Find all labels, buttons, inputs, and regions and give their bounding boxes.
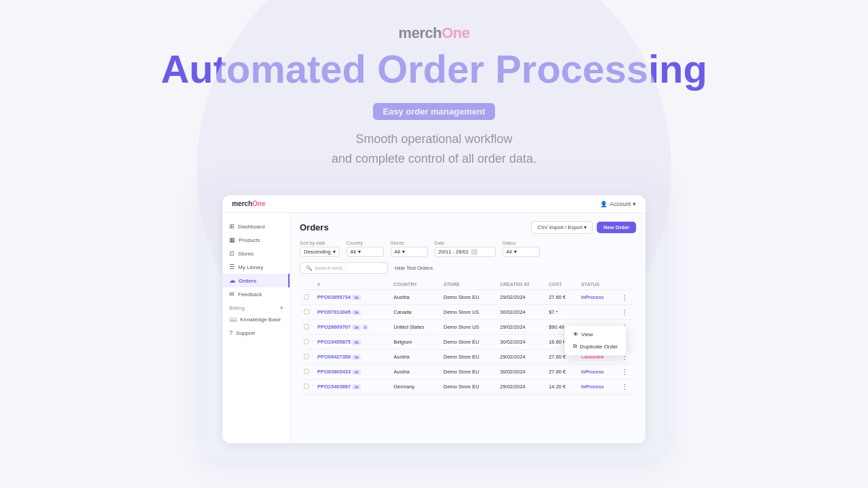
app-logo-merch: merch xyxy=(232,200,252,207)
orders-actions: CSV Import / Export ▾ New Order xyxy=(531,221,636,234)
csv-chevron-icon: ▾ xyxy=(584,224,587,230)
order-status: InProcess xyxy=(577,290,617,305)
stores-value: All xyxy=(395,249,400,255)
order-id[interactable]: PPO03859734 xyxy=(317,294,351,300)
hide-test-orders-label: Hide Test Orders xyxy=(395,265,433,271)
order-country: Austria xyxy=(390,365,440,380)
library-icon: ☰ xyxy=(229,264,235,270)
order-created: 29/02/2024 xyxy=(496,290,545,305)
order-cost: 27.60 € xyxy=(545,290,577,305)
order-tag: 1k xyxy=(352,384,361,390)
sidebar-label-orders: Orders xyxy=(239,278,256,284)
order-id[interactable]: PPO09427356 xyxy=(317,354,351,360)
row-checkbox[interactable] xyxy=(304,354,309,359)
row-checkbox[interactable] xyxy=(304,369,309,374)
order-tag2: 0 xyxy=(362,325,368,330)
top-logo-area: merchOne xyxy=(399,24,470,42)
stores-select[interactable]: All ▾ xyxy=(391,247,428,257)
sidebar-item-library[interactable]: ☰ My Library xyxy=(222,260,290,274)
stores-label: Stores xyxy=(391,241,428,245)
order-tag: 1k xyxy=(352,369,361,375)
order-tag: 1k xyxy=(352,354,361,360)
sidebar-item-feedback[interactable]: ✉ Feedback xyxy=(222,287,290,301)
col-store: STORE xyxy=(439,279,496,290)
subtitle-line2: and complete control of all order data. xyxy=(332,149,536,169)
sidebar: ⊞ Dashboard ▦ Products ⊡ Stores ☰ My Lib… xyxy=(222,213,290,443)
row-checkbox[interactable] xyxy=(304,384,309,389)
order-tag: 1k xyxy=(352,310,361,315)
row-actions[interactable]: ⋮ xyxy=(617,305,636,320)
support-icon: ? xyxy=(229,329,233,336)
context-view-label: View xyxy=(581,331,593,338)
row-checkbox[interactable] xyxy=(304,294,309,300)
country-select[interactable]: All ▾ xyxy=(347,247,384,257)
context-menu-duplicate[interactable]: ⧉ Duplicate Order xyxy=(565,340,626,352)
order-store: Demo Store EU xyxy=(439,290,496,305)
order-created: 29/02/2024 xyxy=(496,350,545,365)
app-logo-one: One xyxy=(252,200,265,207)
new-order-button[interactable]: New Order xyxy=(597,222,636,233)
sort-select[interactable]: Descending ▾ xyxy=(300,247,340,257)
order-id[interactable]: PPO15403697 xyxy=(317,384,351,390)
app-window: merchOne 👤 Account ▾ ⊞ Dashboard xyxy=(222,195,646,443)
view-icon: 👁 xyxy=(573,331,578,338)
subtitle: Smooth operational workflow and complete… xyxy=(332,129,536,169)
sidebar-item-orders[interactable]: ☁ Orders xyxy=(222,274,290,287)
order-cost: $7.* xyxy=(545,305,577,320)
date-select[interactable]: 20/11 - 29/02 ⬜ xyxy=(435,247,496,257)
sort-filter: Sort by date Descending ▾ xyxy=(300,241,340,257)
row-checkbox[interactable] xyxy=(304,339,309,344)
row-checkbox[interactable] xyxy=(304,324,309,329)
order-id[interactable]: PPO97913045 xyxy=(317,309,351,315)
order-created: 30/02/2024 xyxy=(496,365,545,380)
search-row: 🔍 Search here... Hide Test Orders xyxy=(300,262,636,274)
row-actions[interactable]: ⋮ xyxy=(617,290,636,305)
row-checkbox[interactable] xyxy=(304,309,309,314)
order-id[interactable]: PPO03805433 xyxy=(317,369,351,375)
sidebar-label-support: Support xyxy=(236,330,255,336)
context-duplicate-label: Duplicate Order xyxy=(580,344,618,350)
order-country: Germany xyxy=(390,380,440,394)
row-actions[interactable]: ⋮ xyxy=(617,380,636,394)
order-store: Demo Store US xyxy=(439,305,496,320)
order-created: 29/02/2024 xyxy=(496,380,545,394)
col-created: CREATED AT xyxy=(496,279,545,290)
csv-import-export-button[interactable]: CSV Import / Export ▾ xyxy=(531,221,593,234)
date-value: 20/11 - 29/02 xyxy=(439,249,469,255)
status-select[interactable]: All ▾ xyxy=(502,247,540,257)
sidebar-label-products: Products xyxy=(239,237,260,243)
order-status xyxy=(577,305,617,320)
duplicate-icon: ⧉ xyxy=(573,343,577,350)
country-value: All xyxy=(351,249,356,255)
order-id[interactable]: PPO28609707 xyxy=(317,324,351,330)
order-id[interactable]: PPO19455875 xyxy=(317,339,351,345)
status-filter: Status All ▾ xyxy=(502,241,540,257)
account-label: Account xyxy=(610,201,631,207)
status-value: All xyxy=(507,249,512,255)
badge: Easy order management xyxy=(373,103,494,120)
context-menu-view[interactable]: 👁 View xyxy=(565,329,626,340)
sidebar-item-products[interactable]: ▦ Products xyxy=(222,233,290,247)
sidebar-label-dashboard: Dashboard xyxy=(238,224,264,230)
sidebar-item-dashboard[interactable]: ⊞ Dashboard xyxy=(222,220,290,233)
knowledge-icon: 📖 xyxy=(229,316,237,323)
order-store: Demo Store US xyxy=(439,320,496,335)
sidebar-item-knowledge[interactable]: 📖 Knowledge Base xyxy=(222,312,290,326)
status-badge: InProcess xyxy=(581,295,604,300)
stores-icon: ⊡ xyxy=(229,250,235,257)
row-actions[interactable]: ⋮ xyxy=(617,365,636,380)
search-icon: 🔍 xyxy=(306,265,312,271)
order-store: Demo Store EU xyxy=(439,335,496,350)
filters-row: Sort by date Descending ▾ Country All ▾ xyxy=(300,241,636,257)
sidebar-label-feedback: Feedback xyxy=(238,291,262,298)
app-body: ⊞ Dashboard ▦ Products ⊡ Stores ☰ My Lib… xyxy=(222,213,646,443)
sidebar-item-support[interactable]: ? Support xyxy=(222,326,290,340)
app-account-btn[interactable]: 👤 Account ▾ xyxy=(600,201,636,207)
dashboard-icon: ⊞ xyxy=(229,223,235,230)
sidebar-billing-section[interactable]: Billing ▾ xyxy=(222,301,290,312)
sidebar-item-stores[interactable]: ⊡ Stores xyxy=(222,247,290,260)
csv-btn-label: CSV Import / Export xyxy=(537,224,583,230)
billing-label: Billing xyxy=(229,305,245,311)
search-box[interactable]: 🔍 Search here... xyxy=(300,262,388,274)
col-country: COUNTRY xyxy=(390,279,440,290)
